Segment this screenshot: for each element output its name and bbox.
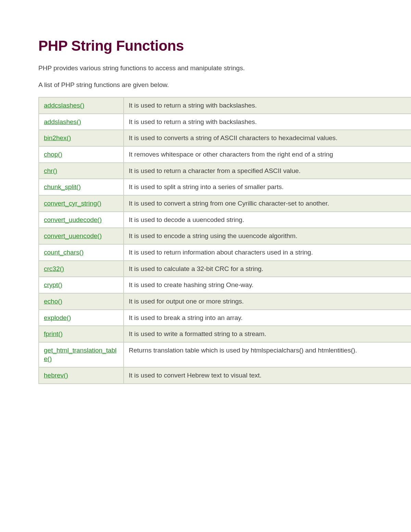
table-row: crypt()It is used to create hashing stri… xyxy=(39,277,411,294)
description-cell: It is used to return a string with backs… xyxy=(124,114,411,131)
function-cell: explode() xyxy=(39,310,124,326)
function-cell: crc32() xyxy=(39,261,124,277)
function-cell: bin2hex() xyxy=(39,130,124,147)
description-cell: It is used for output one or more string… xyxy=(124,294,411,310)
table-row: fprint()It is used to write a formatted … xyxy=(39,326,411,343)
page-title: PHP String Functions xyxy=(38,38,411,54)
table-row: convert_cyr_string()It is used to conver… xyxy=(39,196,411,212)
table-row: crc32()It is used to calculate a 32-bit … xyxy=(39,261,411,277)
function-link[interactable]: bin2hex() xyxy=(44,134,71,141)
description-cell: It is used to converts a string of ASCII… xyxy=(124,130,411,147)
function-link[interactable]: convert_cyr_string() xyxy=(44,200,101,207)
function-cell: echo() xyxy=(39,294,124,310)
function-link[interactable]: fprint() xyxy=(44,330,63,337)
function-link[interactable]: addslashes() xyxy=(44,118,81,125)
description-cell: Returns translation table which is used … xyxy=(124,343,411,368)
function-cell: crypt() xyxy=(39,277,124,294)
description-cell: It is used to decode a uuencoded string. xyxy=(124,212,411,228)
function-link[interactable]: get_html_translation_table() xyxy=(44,347,116,363)
description-cell: It is used to break a string into an arr… xyxy=(124,310,411,326)
function-cell: chunk_split() xyxy=(39,179,124,196)
description-cell: It is used to calculate a 32-bit CRC for… xyxy=(124,261,411,277)
table-row: echo()It is used for output one or more … xyxy=(39,294,411,310)
function-cell: convert_uudecode() xyxy=(39,212,124,228)
function-link[interactable]: hebrev() xyxy=(44,372,68,379)
function-link[interactable]: chunk_split() xyxy=(44,183,81,190)
function-cell: chr() xyxy=(39,163,124,180)
table-row: convert_uudecode()It is used to decode a… xyxy=(39,212,411,228)
function-cell: hebrev() xyxy=(39,368,124,384)
table-row: bin2hex()It is used to converts a string… xyxy=(39,130,411,147)
function-cell: count_chars() xyxy=(39,245,124,261)
table-row: addslashes()It is used to return a strin… xyxy=(39,114,411,131)
intro-paragraph-2: A list of PHP string functions are given… xyxy=(38,81,411,90)
table-row: addcslashes()It is used to return a stri… xyxy=(39,98,411,114)
document-page: PHP String Functions PHP provides variou… xyxy=(0,0,411,384)
description-cell: It is used to create hashing string One-… xyxy=(124,277,411,294)
function-link[interactable]: convert_uuencode() xyxy=(44,232,102,239)
function-cell: convert_cyr_string() xyxy=(39,196,124,212)
function-cell: convert_uuencode() xyxy=(39,228,124,245)
function-link[interactable]: crypt() xyxy=(44,281,62,288)
function-link[interactable]: addcslashes() xyxy=(44,102,84,109)
table-row: count_chars()It is used to return inform… xyxy=(39,245,411,261)
description-cell: It is used to convert a string from one … xyxy=(124,196,411,212)
description-cell: It is used to write a formatted string t… xyxy=(124,326,411,343)
intro-paragraph-1: PHP provides various string functions to… xyxy=(38,64,411,73)
table-row: chr()It is used to return a character fr… xyxy=(39,163,411,180)
description-cell: It is used to return a string with backs… xyxy=(124,98,411,114)
description-cell: It removes whitespace or other character… xyxy=(124,147,411,163)
function-link[interactable]: explode() xyxy=(44,314,71,321)
function-link[interactable]: echo() xyxy=(44,298,62,305)
table-row: chop()It removes whitespace or other cha… xyxy=(39,147,411,163)
function-cell: get_html_translation_table() xyxy=(39,343,124,368)
function-link[interactable]: chr() xyxy=(44,167,57,174)
description-cell: It is used to return information about c… xyxy=(124,245,411,261)
function-cell: addslashes() xyxy=(39,114,124,131)
description-cell: It is used to return a character from a … xyxy=(124,163,411,180)
function-link[interactable]: convert_uudecode() xyxy=(44,216,102,223)
functions-table: addcslashes()It is used to return a stri… xyxy=(38,97,411,384)
function-cell: addcslashes() xyxy=(39,98,124,114)
description-cell: It is used to split a string into a seri… xyxy=(124,179,411,196)
description-cell: It is used to convert Hebrew text to vis… xyxy=(124,368,411,384)
table-row: get_html_translation_table()Returns tran… xyxy=(39,343,411,368)
function-link[interactable]: crc32() xyxy=(44,265,64,272)
description-cell: It is used to encode a string using the … xyxy=(124,228,411,245)
function-cell: chop() xyxy=(39,147,124,163)
function-link[interactable]: chop() xyxy=(44,151,62,158)
function-link[interactable]: count_chars() xyxy=(44,249,84,256)
table-row: explode()It is used to break a string in… xyxy=(39,310,411,326)
table-row: chunk_split()It is used to split a strin… xyxy=(39,179,411,196)
table-row: convert_uuencode()It is used to encode a… xyxy=(39,228,411,245)
function-cell: fprint() xyxy=(39,326,124,343)
table-row: hebrev()It is used to convert Hebrew tex… xyxy=(39,368,411,384)
